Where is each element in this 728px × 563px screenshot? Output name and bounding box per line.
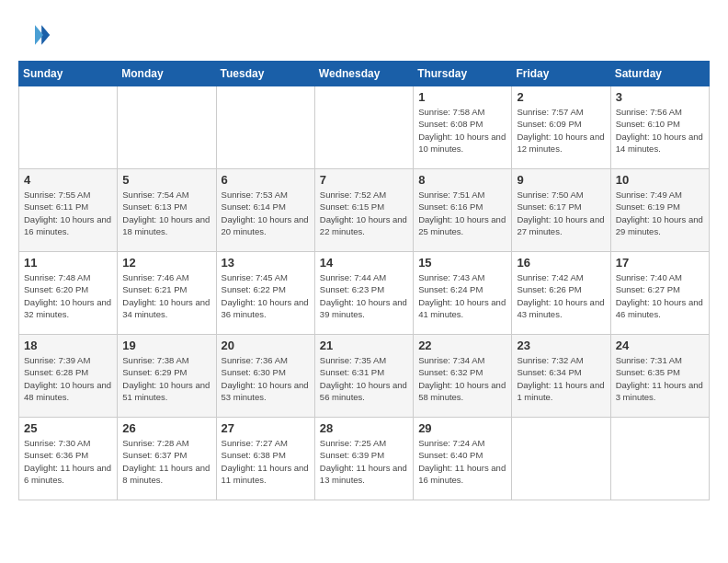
day-number: 19 — [122, 339, 210, 352]
calendar-week-row: 11Sunrise: 7:48 AMSunset: 6:20 PMDayligh… — [19, 252, 710, 335]
calendar-cell: 11Sunrise: 7:48 AMSunset: 6:20 PMDayligh… — [19, 252, 118, 335]
day-info: Sunrise: 7:24 AMSunset: 6:40 PMDaylight:… — [418, 437, 506, 486]
weekday-header: Thursday — [414, 62, 512, 86]
day-number: 10 — [616, 173, 704, 187]
day-info: Sunrise: 7:40 AMSunset: 6:27 PMDaylight:… — [616, 271, 704, 320]
calendar-header: SundayMondayTuesdayWednesdayThursdayFrid… — [19, 62, 710, 86]
weekday-row: SundayMondayTuesdayWednesdayThursdayFrid… — [19, 62, 710, 86]
day-number: 28 — [320, 421, 408, 435]
day-number: 2 — [517, 90, 605, 104]
day-number: 5 — [122, 173, 210, 187]
day-info: Sunrise: 7:55 AMSunset: 6:11 PMDaylight:… — [24, 189, 112, 237]
day-number: 15 — [418, 256, 506, 270]
day-info: Sunrise: 7:50 AMSunset: 6:17 PMDaylight:… — [517, 189, 605, 237]
day-info: Sunrise: 7:25 AMSunset: 6:39 PMDaylight:… — [320, 437, 408, 486]
calendar-week-row: 25Sunrise: 7:30 AMSunset: 6:36 PMDayligh… — [19, 418, 710, 500]
calendar-cell: 9Sunrise: 7:50 AMSunset: 6:17 PMDaylight… — [512, 169, 610, 252]
day-number: 11 — [24, 256, 112, 270]
calendar-cell: 13Sunrise: 7:45 AMSunset: 6:22 PMDayligh… — [216, 252, 314, 335]
day-info: Sunrise: 7:56 AMSunset: 6:10 PMDaylight:… — [616, 106, 704, 155]
calendar-cell — [512, 418, 610, 500]
calendar-cell: 4Sunrise: 7:55 AMSunset: 6:11 PMDaylight… — [19, 169, 118, 252]
calendar-table: SundayMondayTuesdayWednesdayThursdayFrid… — [18, 61, 710, 500]
calendar-cell: 14Sunrise: 7:44 AMSunset: 6:23 PMDayligh… — [314, 252, 413, 335]
calendar-cell: 15Sunrise: 7:43 AMSunset: 6:24 PMDayligh… — [414, 252, 512, 335]
day-number: 7 — [320, 173, 408, 187]
day-info: Sunrise: 7:38 AMSunset: 6:29 PMDaylight:… — [122, 354, 210, 403]
day-number: 12 — [122, 256, 210, 270]
day-info: Sunrise: 7:32 AMSunset: 6:34 PMDaylight:… — [517, 354, 605, 403]
day-number: 13 — [222, 256, 310, 270]
calendar-cell: 28Sunrise: 7:25 AMSunset: 6:39 PMDayligh… — [314, 418, 413, 500]
day-number: 16 — [517, 256, 605, 270]
day-info: Sunrise: 7:49 AMSunset: 6:19 PMDaylight:… — [616, 189, 704, 237]
day-number: 20 — [222, 339, 310, 352]
day-info: Sunrise: 7:39 AMSunset: 6:28 PMDaylight:… — [24, 354, 112, 403]
page-header — [18, 18, 710, 52]
day-info: Sunrise: 7:52 AMSunset: 6:15 PMDaylight:… — [320, 189, 408, 237]
calendar-cell — [19, 86, 118, 169]
calendar-cell: 5Sunrise: 7:54 AMSunset: 6:13 PMDaylight… — [118, 169, 216, 252]
day-info: Sunrise: 7:44 AMSunset: 6:23 PMDaylight:… — [320, 271, 408, 320]
calendar-cell: 21Sunrise: 7:35 AMSunset: 6:31 PMDayligh… — [314, 335, 413, 418]
day-number: 17 — [616, 256, 704, 270]
calendar-cell: 3Sunrise: 7:56 AMSunset: 6:10 PMDaylight… — [610, 86, 709, 169]
calendar-cell: 20Sunrise: 7:36 AMSunset: 6:30 PMDayligh… — [216, 335, 314, 418]
day-number: 22 — [418, 339, 506, 352]
day-number: 18 — [24, 339, 112, 352]
calendar-week-row: 4Sunrise: 7:55 AMSunset: 6:11 PMDaylight… — [19, 169, 710, 252]
weekday-header: Saturday — [610, 62, 709, 86]
calendar-week-row: 1Sunrise: 7:58 AMSunset: 6:08 PMDaylight… — [19, 86, 710, 169]
calendar-cell: 18Sunrise: 7:39 AMSunset: 6:28 PMDayligh… — [19, 335, 118, 418]
day-info: Sunrise: 7:58 AMSunset: 6:08 PMDaylight:… — [418, 106, 506, 155]
calendar-cell: 22Sunrise: 7:34 AMSunset: 6:32 PMDayligh… — [414, 335, 512, 418]
calendar-cell — [118, 86, 216, 169]
day-number: 27 — [222, 421, 310, 435]
weekday-header: Tuesday — [216, 62, 314, 86]
day-number: 3 — [616, 90, 704, 104]
day-info: Sunrise: 7:51 AMSunset: 6:16 PMDaylight:… — [418, 189, 506, 237]
calendar-cell: 10Sunrise: 7:49 AMSunset: 6:19 PMDayligh… — [610, 169, 709, 252]
day-info: Sunrise: 7:34 AMSunset: 6:32 PMDaylight:… — [418, 354, 506, 403]
day-number: 9 — [517, 173, 605, 187]
day-number: 25 — [24, 421, 112, 435]
day-info: Sunrise: 7:43 AMSunset: 6:24 PMDaylight:… — [418, 271, 506, 320]
calendar-cell: 25Sunrise: 7:30 AMSunset: 6:36 PMDayligh… — [19, 418, 118, 500]
calendar-cell: 26Sunrise: 7:28 AMSunset: 6:37 PMDayligh… — [118, 418, 216, 500]
calendar-cell: 19Sunrise: 7:38 AMSunset: 6:29 PMDayligh… — [118, 335, 216, 418]
day-info: Sunrise: 7:27 AMSunset: 6:38 PMDaylight:… — [222, 437, 310, 486]
day-info: Sunrise: 7:54 AMSunset: 6:13 PMDaylight:… — [122, 189, 210, 237]
weekday-header: Wednesday — [314, 62, 413, 86]
day-number: 8 — [418, 173, 506, 187]
day-info: Sunrise: 7:53 AMSunset: 6:14 PMDaylight:… — [222, 189, 310, 237]
day-number: 29 — [418, 421, 506, 435]
day-info: Sunrise: 7:57 AMSunset: 6:09 PMDaylight:… — [517, 106, 605, 155]
calendar-week-row: 18Sunrise: 7:39 AMSunset: 6:28 PMDayligh… — [19, 335, 710, 418]
day-number: 4 — [24, 173, 112, 187]
day-info: Sunrise: 7:28 AMSunset: 6:37 PMDaylight:… — [122, 437, 210, 486]
calendar-cell: 7Sunrise: 7:52 AMSunset: 6:15 PMDaylight… — [314, 169, 413, 252]
logo — [18, 18, 56, 52]
calendar-cell — [216, 86, 314, 169]
day-number: 1 — [418, 90, 506, 104]
day-number: 14 — [320, 256, 408, 270]
day-number: 24 — [616, 339, 704, 352]
calendar-cell: 24Sunrise: 7:31 AMSunset: 6:35 PMDayligh… — [610, 335, 709, 418]
calendar-body: 1Sunrise: 7:58 AMSunset: 6:08 PMDaylight… — [19, 86, 710, 500]
weekday-header: Friday — [512, 62, 610, 86]
calendar-cell: 23Sunrise: 7:32 AMSunset: 6:34 PMDayligh… — [512, 335, 610, 418]
calendar-cell: 17Sunrise: 7:40 AMSunset: 6:27 PMDayligh… — [610, 252, 709, 335]
day-info: Sunrise: 7:45 AMSunset: 6:22 PMDaylight:… — [222, 271, 310, 320]
day-info: Sunrise: 7:48 AMSunset: 6:20 PMDaylight:… — [24, 271, 112, 320]
calendar-cell: 1Sunrise: 7:58 AMSunset: 6:08 PMDaylight… — [414, 86, 512, 169]
calendar-cell: 29Sunrise: 7:24 AMSunset: 6:40 PMDayligh… — [414, 418, 512, 500]
day-number: 23 — [517, 339, 605, 352]
day-info: Sunrise: 7:42 AMSunset: 6:26 PMDaylight:… — [517, 271, 605, 320]
calendar-cell: 16Sunrise: 7:42 AMSunset: 6:26 PMDayligh… — [512, 252, 610, 335]
calendar-cell — [314, 86, 413, 169]
day-info: Sunrise: 7:46 AMSunset: 6:21 PMDaylight:… — [122, 271, 210, 320]
day-info: Sunrise: 7:30 AMSunset: 6:36 PMDaylight:… — [24, 437, 112, 486]
calendar-cell: 12Sunrise: 7:46 AMSunset: 6:21 PMDayligh… — [118, 252, 216, 335]
day-number: 21 — [320, 339, 408, 352]
calendar-cell — [610, 418, 709, 500]
